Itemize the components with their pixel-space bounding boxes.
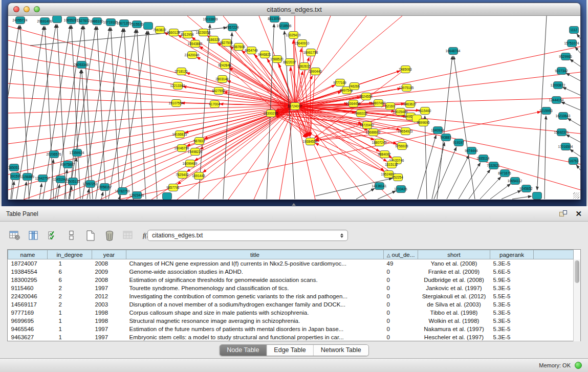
table-cell[interactable]: 5.6E-5 — [490, 268, 534, 276]
graph-node[interactable]: 9245652 — [521, 185, 531, 192]
table-cell[interactable]: de Silva et al. (2003) — [418, 300, 490, 309]
graph-node[interactable]: 18724007 — [290, 102, 300, 110]
table-cell[interactable]: 1 — [48, 309, 92, 317]
graph-node[interactable]: 1640934 — [433, 126, 443, 134]
table-cell[interactable]: 9699695 — [8, 317, 48, 325]
column-header-pagerank[interactable]: pagerank — [490, 250, 534, 259]
graph-node[interactable]: 1588520 — [272, 55, 282, 63]
graph-node[interactable]: 19524861 — [384, 170, 394, 178]
graph-node[interactable]: 9756928 — [397, 142, 407, 150]
table-cell[interactable]: 5.5E-5 — [490, 292, 534, 300]
graph-node[interactable]: 16099489 — [185, 160, 195, 167]
graph-node[interactable]: 1990443 — [311, 68, 320, 75]
table-cell[interactable]: Genome-wide association studies in ADHD. — [126, 268, 384, 276]
graph-node[interactable]: 90975887 — [63, 161, 73, 168]
table-cell[interactable]: 1 — [48, 317, 92, 325]
table-row[interactable]: 1456911722003Disruption of a novel membe… — [8, 300, 574, 309]
table-cell[interactable]: 1 — [48, 259, 92, 268]
memory-status-indicator[interactable] — [575, 362, 582, 369]
table-row[interactable]: 1830029562008Estimation of significance … — [8, 276, 574, 284]
graph-node[interactable]: 587833 — [194, 137, 204, 145]
graph-node[interactable]: 14498222 — [190, 148, 200, 156]
graph-node[interactable]: 993887 — [441, 134, 451, 141]
graph-node[interactable]: 17016504 — [561, 143, 571, 150]
graph-node[interactable]: 16046798 — [177, 144, 187, 152]
table-cell[interactable]: 0 — [384, 268, 418, 276]
graph-node[interactable]: 19218506 — [279, 22, 289, 30]
table-cell[interactable]: Disruption of a novel member of a sodium… — [126, 300, 384, 309]
graph-node[interactable]: 15692371 — [557, 128, 567, 136]
splitter-handle[interactable] — [292, 203, 296, 206]
table-cell[interactable]: Embryonic stem cells: a model to study s… — [126, 333, 384, 341]
graph-node[interactable]: 16543882 — [190, 40, 200, 48]
table-cell[interactable]: 9115460 — [8, 284, 48, 292]
tab-network-table[interactable]: Network Table — [314, 345, 368, 356]
table-cell[interactable]: 49 — [384, 259, 418, 268]
graph-node[interactable]: 19166825 — [175, 130, 185, 138]
table-cell[interactable]: 5.3E-5 — [490, 317, 534, 325]
table-cell[interactable]: 5.9E-5 — [490, 276, 534, 284]
graph-node[interactable]: 9899695 — [419, 119, 428, 126]
graph-node[interactable]: 11156869 — [23, 173, 32, 181]
graph-node[interactable]: 12444154 — [552, 96, 561, 104]
tab-node-table[interactable]: Node Table — [220, 345, 267, 356]
graph-node[interactable]: 417004 — [210, 100, 220, 108]
graph-node[interactable]: 1615132 — [387, 161, 397, 168]
graph-node[interactable]: 7857224 — [228, 24, 237, 31]
graph-node[interactable]: 22420046 — [187, 51, 197, 59]
table-cell[interactable]: Estimation of significance thresholds fo… — [126, 276, 384, 284]
table-cell[interactable]: Stergiakouli et al. (2012) — [418, 292, 490, 300]
maximize-window-button[interactable] — [34, 6, 40, 12]
table-cell[interactable]: 18724007 — [8, 259, 48, 268]
graph-node[interactable]: 9857791 — [168, 184, 178, 191]
table-row[interactable]: 1938455462009Genome-wide association stu… — [8, 268, 574, 276]
table-cell[interactable]: 5.3E-5 — [490, 284, 534, 292]
graph-node[interactable]: 12942757 — [38, 174, 48, 182]
minimize-window-button[interactable] — [24, 6, 30, 12]
graph-node[interactable]: 9227342 — [557, 67, 567, 75]
graph-node[interactable]: 7486322 — [356, 110, 366, 117]
graph-node[interactable]: 8454749 — [247, 47, 256, 54]
table-cell[interactable]: 2 — [48, 292, 92, 300]
graph-node[interactable]: 9474444 — [467, 147, 476, 155]
column-header-year[interactable]: year — [92, 250, 126, 259]
table-row[interactable]: 911546021997Tourette syndrome. Phenomeno… — [8, 284, 574, 292]
graph-node[interactable]: 919197 — [454, 139, 464, 146]
show-columns-icon[interactable] — [27, 229, 40, 242]
graph-node[interactable]: 11451944 — [56, 176, 66, 183]
table-cell[interactable]: 5.3E-5 — [490, 309, 534, 317]
table-cell[interactable]: 14569117 — [8, 300, 48, 309]
graph-node[interactable] — [532, 192, 542, 200]
select-rows-icon[interactable] — [46, 229, 59, 242]
graph-node[interactable]: 9660128 — [169, 29, 179, 36]
float-panel-icon[interactable] — [559, 210, 567, 217]
table-cell[interactable]: 5.3E-5 — [490, 259, 534, 268]
graph-node[interactable]: 2803144 — [217, 75, 227, 83]
column-header-out-de[interactable]: △out_de... — [384, 250, 418, 259]
graph-node[interactable]: 20691406 — [40, 17, 50, 25]
table-cell[interactable]: 5.3E-5 — [490, 325, 534, 333]
table-cell[interactable]: 1 — [48, 325, 92, 333]
graph-node[interactable]: 8822037 — [285, 58, 295, 66]
graph-node[interactable]: 24055724 — [15, 16, 25, 24]
graph-node[interactable]: 9242848 — [220, 61, 230, 69]
graph-node[interactable]: 16671355 — [119, 19, 129, 27]
table-row[interactable]: 2242004622012Investigating the contribut… — [8, 292, 574, 300]
table-cell[interactable]: Nakamura et al. (1997) — [418, 325, 490, 333]
table-cell[interactable]: Estimation of the future numbers of pati… — [126, 325, 384, 333]
graph-node[interactable]: 16648784 — [448, 47, 458, 55]
table-row[interactable]: 946554611997Estimation of the future num… — [8, 325, 574, 333]
graph-node[interactable]: 10688609 — [368, 128, 378, 136]
network-view-window[interactable]: citations_edges.txt 24055724206914061065… — [8, 3, 581, 200]
table-cell[interactable]: 1 — [48, 333, 92, 341]
table-cell[interactable]: 0 — [384, 284, 418, 292]
graph-node[interactable]: 10807487 — [374, 99, 383, 107]
table-cell[interactable]: 2012 — [92, 292, 126, 300]
graph-node[interactable]: 8186328 — [209, 36, 219, 43]
vertical-scrollbar[interactable] — [573, 259, 580, 341]
graph-node[interactable]: 17359924 — [72, 149, 82, 157]
graph-node[interactable]: 39159 — [10, 172, 20, 180]
graph-node[interactable]: 2367608 — [234, 43, 244, 51]
graph-node[interactable]: 7632621 — [489, 162, 498, 169]
table-cell[interactable]: 1998 — [92, 317, 126, 325]
